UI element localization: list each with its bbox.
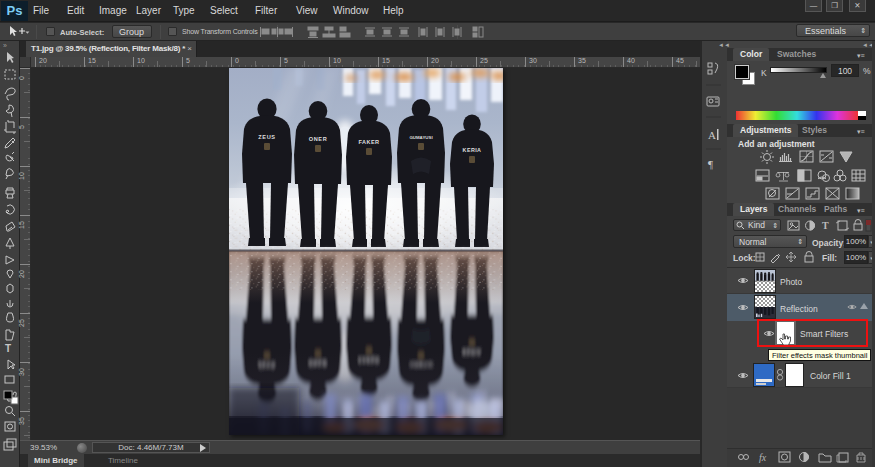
- svg-text:GUMAYUSI: GUMAYUSI: [409, 135, 432, 140]
- svg-text:A: A: [708, 129, 716, 141]
- svg-text:T: T: [5, 343, 11, 354]
- svg-text:KERIA: KERIA: [463, 147, 482, 153]
- svg-text:fx: fx: [759, 452, 767, 463]
- svg-text:ZEUS: ZEUS: [258, 134, 275, 140]
- svg-text:T: T: [822, 220, 829, 231]
- svg-text:FAKER: FAKER: [359, 139, 380, 145]
- svg-text:¶: ¶: [708, 158, 713, 170]
- svg-text:ONER: ONER: [309, 136, 328, 142]
